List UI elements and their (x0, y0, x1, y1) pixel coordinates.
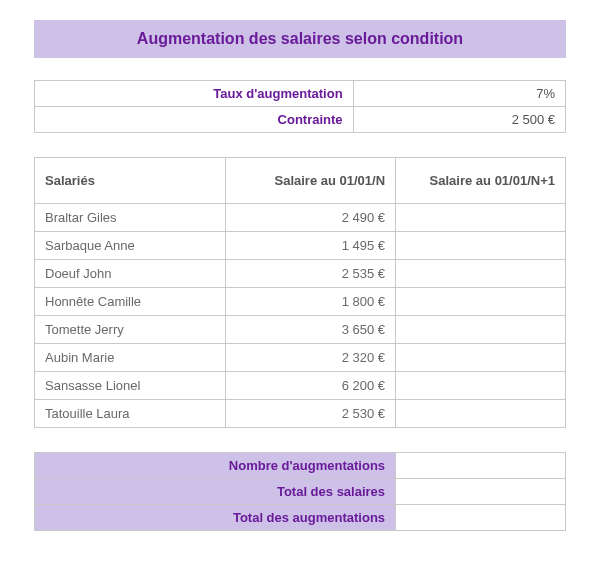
table-row: Braltar Giles2 490 € (35, 204, 566, 232)
count-label: Nombre d'augmentations (35, 453, 396, 479)
param-row-rate: Taux d'augmentation 7% (35, 81, 566, 107)
header-salary-n1: Salaire au 01/01/N+1 (396, 158, 566, 204)
page-title: Augmentation des salaires selon conditio… (137, 30, 463, 47)
params-table: Taux d'augmentation 7% Contrainte 2 500 … (34, 80, 566, 133)
employee-salary-n: 3 650 € (226, 316, 396, 344)
total-raises-label: Total des augmentations (35, 505, 396, 531)
summary-row-total-raises: Total des augmentations (35, 505, 566, 531)
title-bar: Augmentation des salaires selon conditio… (34, 20, 566, 58)
employee-salary-n: 2 490 € (226, 204, 396, 232)
employee-name: Sarbaque Anne (35, 232, 226, 260)
summary-row-count: Nombre d'augmentations (35, 453, 566, 479)
employee-salary-n: 2 320 € (226, 344, 396, 372)
rate-value: 7% (353, 81, 565, 107)
employees-table: Salariés Salaire au 01/01/N Salaire au 0… (34, 157, 566, 428)
total-raises-value (396, 505, 566, 531)
table-row: Honnête Camille1 800 € (35, 288, 566, 316)
employee-salary-n: 1 800 € (226, 288, 396, 316)
employee-salary-n1 (396, 288, 566, 316)
employee-name: Tomette Jerry (35, 316, 226, 344)
param-row-constraint: Contrainte 2 500 € (35, 107, 566, 133)
table-row: Sansasse Lionel6 200 € (35, 372, 566, 400)
summary-table: Nombre d'augmentations Total des salaire… (34, 452, 566, 531)
employee-name: Tatouille Laura (35, 400, 226, 428)
employee-salary-n1 (396, 204, 566, 232)
employee-salary-n1 (396, 260, 566, 288)
table-row: Sarbaque Anne1 495 € (35, 232, 566, 260)
header-salary-n: Salaire au 01/01/N (226, 158, 396, 204)
table-row: Tatouille Laura2 530 € (35, 400, 566, 428)
employee-name: Braltar Giles (35, 204, 226, 232)
total-salaries-value (396, 479, 566, 505)
employee-name: Aubin Marie (35, 344, 226, 372)
employee-salary-n: 2 535 € (226, 260, 396, 288)
employee-salary-n: 1 495 € (226, 232, 396, 260)
table-row: Aubin Marie2 320 € (35, 344, 566, 372)
employee-salary-n1 (396, 316, 566, 344)
count-value (396, 453, 566, 479)
employee-salary-n: 6 200 € (226, 372, 396, 400)
constraint-label: Contrainte (35, 107, 354, 133)
employee-name: Honnête Camille (35, 288, 226, 316)
total-salaries-label: Total des salaires (35, 479, 396, 505)
header-employee: Salariés (35, 158, 226, 204)
constraint-value: 2 500 € (353, 107, 565, 133)
employee-name: Sansasse Lionel (35, 372, 226, 400)
table-row: Tomette Jerry3 650 € (35, 316, 566, 344)
employee-salary-n1 (396, 400, 566, 428)
employee-salary-n1 (396, 232, 566, 260)
employee-salary-n1 (396, 372, 566, 400)
employee-salary-n1 (396, 344, 566, 372)
employee-salary-n: 2 530 € (226, 400, 396, 428)
rate-label: Taux d'augmentation (35, 81, 354, 107)
employee-name: Doeuf John (35, 260, 226, 288)
summary-row-total-salaries: Total des salaires (35, 479, 566, 505)
table-row: Doeuf John2 535 € (35, 260, 566, 288)
